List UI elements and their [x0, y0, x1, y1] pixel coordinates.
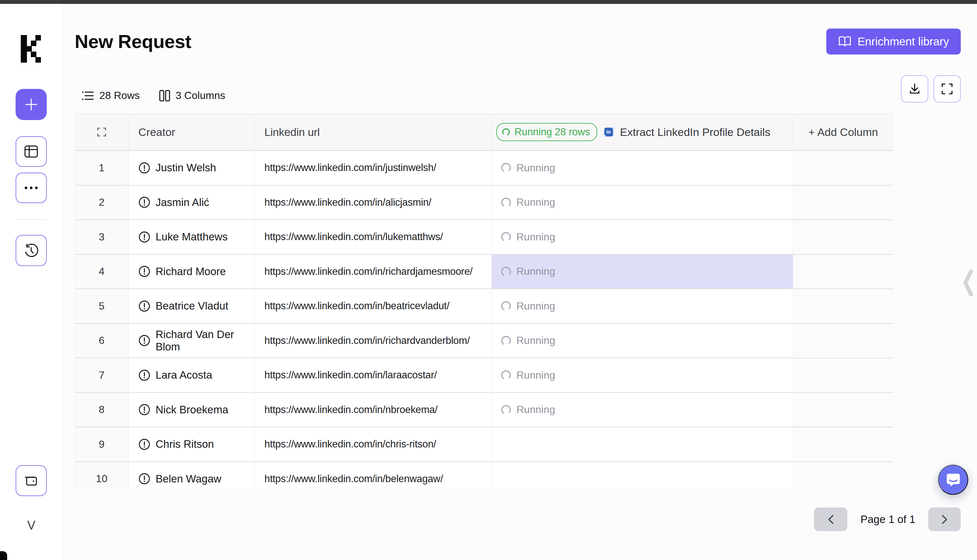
download-button[interactable]	[901, 75, 928, 103]
creator-name: Nick Broekema	[156, 403, 228, 416]
linkedin-url-cell[interactable]: https://www.linkedin.com/in/nbroekema/	[255, 393, 492, 427]
enrichment-status-cell[interactable]	[492, 427, 793, 462]
linkedin-url-cell[interactable]: https://www.linkedin.com/in/beatricevlad…	[255, 289, 492, 323]
new-request-button[interactable]	[15, 89, 47, 120]
add-column-button[interactable]: + Add Column	[793, 114, 893, 150]
rows-count[interactable]: 28 Rows	[82, 90, 140, 102]
creator-name: Belen Wagaw	[156, 473, 221, 485]
table-row[interactable]: 9 Chris Ritson https://www.linkedin.com/…	[75, 427, 893, 462]
creator-cell[interactable]: Justin Welsh	[129, 151, 255, 185]
linkedin-url-cell[interactable]: https://www.linkedin.com/in/richardjames…	[255, 255, 492, 289]
linkedin-url: https://www.linkedin.com/in/beatricevlad…	[264, 300, 450, 312]
creator-cell[interactable]: Richard Moore	[129, 255, 255, 289]
running-status: Running	[500, 369, 555, 381]
table-row[interactable]: 1 Justin Welsh https://www.linkedin.com/…	[75, 151, 893, 186]
enrichment-header-label: Extract LinkedIn Profile Details	[620, 126, 770, 138]
table-header-row: Creator Linkedin url Running 28 rows in …	[75, 114, 893, 151]
running-rows-badge-label: Running 28 rows	[514, 126, 590, 138]
sidebar-item-history[interactable]	[15, 235, 47, 266]
spinner-icon	[500, 231, 512, 243]
enrichment-status-cell[interactable]: Running	[492, 151, 793, 185]
enrichment-status-cell[interactable]: Running	[492, 324, 793, 358]
creator-name: Richard Moore	[156, 265, 226, 278]
chevron-left-icon	[826, 514, 835, 525]
row-number-cell: 1	[75, 151, 129, 185]
columns-count[interactable]: 3 Columns	[159, 90, 226, 102]
table-row[interactable]: 10 Belen Wagaw https://www.linkedin.com/…	[75, 462, 893, 488]
alert-circle-icon	[138, 300, 151, 312]
spinner-icon	[500, 404, 512, 416]
enrichment-status-cell[interactable]	[492, 462, 793, 488]
columns-count-label: 3 Columns	[176, 90, 226, 102]
add-column-body-cell	[793, 393, 893, 427]
linkedin-url-cell[interactable]: https://www.linkedin.com/in/chris-ritson…	[255, 427, 492, 462]
table-layout-icon	[24, 145, 38, 158]
creator-name: Luke Matthews	[156, 231, 228, 243]
linkedin-url-header-label: Linkedin url	[264, 126, 320, 138]
next-page-button[interactable]	[928, 507, 961, 531]
enrichment-status-cell[interactable]: Running	[492, 289, 793, 323]
creator-cell[interactable]: Beatrice Vladut	[129, 289, 255, 323]
history-clock-icon	[24, 243, 38, 258]
creator-cell[interactable]: Nick Broekema	[129, 393, 255, 427]
table-row[interactable]: 2 Jasmin Alić https://www.linkedin.com/i…	[75, 186, 893, 220]
page-indicator: Page 1 of 1	[860, 513, 915, 526]
user-initial[interactable]: V	[0, 518, 63, 532]
fullscreen-button[interactable]	[934, 75, 961, 103]
corner-brackets-icon	[97, 127, 107, 137]
creator-name: Beatrice Vladut	[156, 300, 228, 312]
table-row[interactable]: 6 Richard Van Der Blom https://www.linke…	[75, 324, 893, 358]
expand-table-header-cell[interactable]	[75, 114, 129, 150]
table-row[interactable]: 8 Nick Broekema https://www.linkedin.com…	[75, 393, 893, 428]
linkedin-url-cell[interactable]: https://www.linkedin.com/in/lukematthws/	[255, 220, 492, 254]
enrichment-library-button[interactable]: Enrichment library	[826, 28, 961, 55]
linkedin-url: https://www.linkedin.com/in/alicjasmin/	[264, 197, 431, 208]
sidebar-item-more[interactable]	[15, 173, 47, 203]
creator-cell[interactable]: Luke Matthews	[129, 220, 255, 254]
linkedin-url-cell[interactable]: https://www.linkedin.com/in/alicjasmin/	[255, 186, 492, 220]
enrichment-status-cell[interactable]: Running	[492, 255, 793, 289]
download-icon	[908, 82, 921, 95]
creator-cell[interactable]: Belen Wagaw	[129, 462, 255, 488]
add-column-label: + Add Column	[808, 126, 878, 138]
enrichment-status-cell[interactable]: Running	[492, 393, 793, 427]
ellipsis-icon	[24, 186, 38, 190]
chat-widget-button[interactable]	[938, 465, 968, 495]
table-row[interactable]: 4 Richard Moore https://www.linkedin.com…	[75, 255, 893, 289]
chevron-right-icon	[940, 514, 949, 525]
row-number-cell: 4	[75, 255, 129, 289]
add-column-body-cell	[793, 324, 893, 358]
creator-cell[interactable]: Chris Ritson	[129, 427, 255, 462]
table-row[interactable]: 7 Lara Acosta https://www.linkedin.com/i…	[75, 358, 893, 393]
enrichment-status-cell[interactable]: Running	[492, 186, 793, 220]
sidebar-item-tables[interactable]	[15, 136, 47, 167]
add-column-body-cell	[793, 462, 893, 488]
creator-cell[interactable]: Richard Van Der Blom	[129, 324, 255, 358]
creator-cell[interactable]: Jasmin Alić	[129, 186, 255, 220]
column-header-enrichment[interactable]: Running 28 rows in Extract LinkedIn Prof…	[492, 114, 793, 150]
linkedin-url-cell[interactable]: https://www.linkedin.com/in/richardvande…	[255, 324, 492, 358]
enrichment-status-cell[interactable]: Running	[492, 358, 793, 392]
creator-cell[interactable]: Lara Acosta	[129, 358, 255, 392]
linkedin-url-cell[interactable]: https://www.linkedin.com/in/justinwelsh/	[255, 151, 492, 185]
previous-page-button[interactable]	[814, 507, 847, 531]
sidebar-item-billing[interactable]	[15, 465, 47, 496]
column-header-creator[interactable]: Creator	[129, 114, 255, 150]
fullscreen-icon	[941, 82, 954, 95]
creator-name: Justin Welsh	[156, 162, 216, 174]
app-logo	[21, 35, 42, 63]
add-column-body-cell	[793, 255, 893, 289]
linkedin-url-cell[interactable]: https://www.linkedin.com/in/laraacostar/	[255, 358, 492, 392]
linkedin-url-cell[interactable]: https://www.linkedin.com/in/belenwagaw/	[255, 462, 492, 488]
table-row[interactable]: 3 Luke Matthews https://www.linkedin.com…	[75, 220, 893, 255]
collapse-panel-handle[interactable]	[961, 268, 974, 297]
column-header-linkedin-url[interactable]: Linkedin url	[255, 114, 492, 150]
table-row[interactable]: 5 Beatrice Vladut https://www.linkedin.c…	[75, 289, 893, 324]
linkedin-url: https://www.linkedin.com/in/lukematthws/	[264, 231, 443, 243]
running-status: Running	[500, 300, 555, 312]
running-status: Running	[500, 231, 555, 243]
enrichment-status-cell[interactable]: Running	[492, 220, 793, 254]
add-column-body-cell	[793, 358, 893, 392]
creator-header-label: Creator	[138, 126, 175, 138]
creator-name: Richard Van Der Blom	[156, 328, 254, 353]
